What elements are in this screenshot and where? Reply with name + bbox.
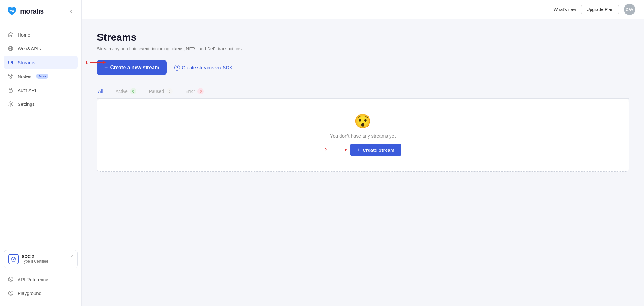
- sidebar-item-nodes-label: Nodes: [18, 74, 31, 79]
- svg-rect-4: [10, 60, 10, 64]
- svg-line-13: [11, 76, 12, 77]
- soc-badge-text: SOC 2 Type II Certified: [22, 254, 48, 264]
- plus-icon: +: [104, 64, 108, 71]
- upgrade-plan-button[interactable]: Upgrade Plan: [581, 5, 619, 14]
- create-stream-empty-label: Create Stream: [363, 147, 395, 153]
- sdk-link-label: Create streams via SDK: [182, 65, 232, 70]
- empty-state-icon: 😯: [354, 114, 371, 128]
- streams-table: 😯 You don't have any streams yet 2 + Cre…: [97, 99, 629, 172]
- svg-rect-5: [11, 61, 12, 63]
- sidebar-item-playground[interactable]: Playground: [4, 286, 78, 300]
- sidebar-header: moralis: [0, 0, 81, 23]
- tab-active-count: 0: [130, 88, 136, 94]
- nodes-new-badge: New: [36, 74, 48, 79]
- sidebar: moralis Home: [0, 0, 82, 306]
- annotation-2-label: 2: [325, 147, 327, 152]
- chevron-left-icon: [68, 8, 74, 14]
- auth-icon: [8, 87, 14, 93]
- sidebar-item-playground-label: Playground: [18, 291, 42, 296]
- soc-title: SOC 2: [22, 254, 48, 259]
- sidebar-item-apireference-label: API Reference: [18, 277, 48, 282]
- web3-icon: [8, 45, 14, 52]
- sidebar-item-nodes[interactable]: Nodes New: [4, 70, 78, 83]
- tab-error-count: 0: [197, 88, 204, 94]
- logo-text: moralis: [20, 7, 44, 15]
- tab-error[interactable]: Error 0: [184, 85, 210, 99]
- content-area: Streams Stream any on-chain event, inclu…: [82, 19, 644, 306]
- sidebar-item-web3apis-label: Web3 APIs: [18, 46, 41, 51]
- annotation-2-arrow: [329, 147, 347, 152]
- logo-area: moralis: [6, 6, 44, 17]
- sidebar-item-apireference[interactable]: API Reference: [4, 273, 78, 286]
- sidebar-collapse-button[interactable]: [67, 7, 75, 15]
- svg-rect-10: [11, 74, 13, 76]
- home-icon: [8, 31, 14, 38]
- svg-rect-11: [10, 77, 12, 78]
- action-bar: + Create a new stream ? Create streams v…: [97, 60, 629, 75]
- sidebar-item-streams-label: Streams: [18, 60, 35, 65]
- main-content: What's new Upgrade Plan DAV Streams Stre…: [82, 0, 644, 306]
- soc-subtitle: Type II Certified: [22, 259, 48, 264]
- avatar[interactable]: DAV: [624, 4, 635, 15]
- create-stream-empty-button[interactable]: + Create Stream: [350, 144, 401, 156]
- sidebar-item-web3apis[interactable]: Web3 APIs: [4, 42, 78, 55]
- playground-icon: [8, 290, 14, 296]
- empty-state: 😯 You don't have any streams yet 2 + Cre…: [309, 99, 417, 171]
- tab-all[interactable]: All: [97, 86, 109, 98]
- sidebar-bottom: SOC 2 Type II Certified ↗ API Reference: [0, 244, 81, 306]
- svg-marker-20: [345, 149, 347, 151]
- sidebar-item-authapi-label: Auth API: [18, 88, 36, 93]
- streams-icon: [8, 59, 14, 65]
- moralis-logo-icon: [6, 6, 18, 17]
- streams-tabs: All Active 0 Paused 0 Error 0: [97, 85, 629, 99]
- external-link-icon: ↗: [70, 253, 74, 258]
- page-title: Streams: [97, 31, 629, 43]
- annotation-2-container: 2 + Create Stream: [325, 144, 402, 156]
- tab-paused[interactable]: Paused 0: [148, 85, 179, 99]
- whats-new-button[interactable]: What's new: [553, 7, 576, 12]
- soc-shield-icon: [8, 254, 19, 264]
- tab-active[interactable]: Active 0: [114, 85, 143, 99]
- soc-badge[interactable]: SOC 2 Type II Certified ↗: [4, 250, 78, 268]
- sidebar-item-streams[interactable]: Streams 1: [4, 56, 78, 69]
- sidebar-item-settings[interactable]: Settings: [4, 97, 78, 110]
- tab-paused-label: Paused: [149, 89, 164, 94]
- tab-all-label: All: [98, 89, 103, 94]
- sidebar-item-home[interactable]: Home: [4, 28, 78, 41]
- nodes-icon: [8, 73, 14, 79]
- create-stream-label: Create a new stream: [110, 65, 159, 71]
- question-circle-icon: ?: [174, 65, 180, 71]
- create-new-stream-button[interactable]: + Create a new stream: [97, 60, 167, 75]
- sidebar-nav: Home Web3 APIs: [0, 23, 81, 244]
- api-icon: [8, 276, 14, 282]
- svg-rect-6: [12, 61, 13, 64]
- plus-icon-secondary: +: [357, 147, 360, 153]
- topbar: What's new Upgrade Plan DAV: [82, 0, 644, 19]
- empty-state-message: You don't have any streams yet: [330, 133, 396, 139]
- tab-error-label: Error: [185, 89, 195, 94]
- create-via-sdk-button[interactable]: ? Create streams via SDK: [174, 65, 232, 71]
- svg-point-15: [10, 91, 11, 91]
- tab-paused-count: 0: [166, 88, 173, 94]
- settings-icon: [8, 101, 14, 107]
- page-subtitle: Stream any on-chain event, including tok…: [97, 46, 629, 51]
- sidebar-item-home-label: Home: [18, 32, 30, 37]
- tab-active-label: Active: [116, 89, 128, 94]
- svg-point-16: [10, 103, 12, 105]
- svg-rect-9: [8, 74, 10, 76]
- svg-line-12: [9, 76, 11, 77]
- sidebar-item-settings-label: Settings: [18, 101, 35, 107]
- svg-rect-3: [8, 61, 9, 64]
- sidebar-item-authapi[interactable]: Auth API: [4, 83, 78, 97]
